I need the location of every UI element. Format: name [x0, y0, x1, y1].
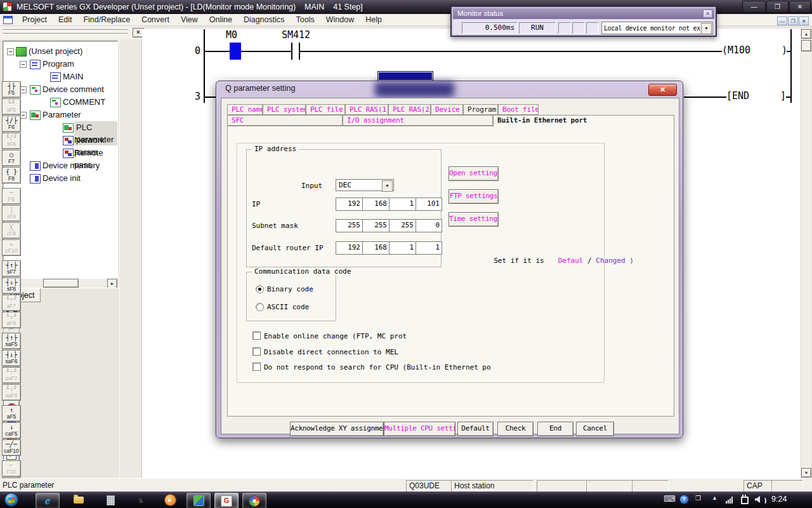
- scroll-thumb[interactable]: [43, 279, 79, 288]
- check-button[interactable]: Check: [497, 422, 534, 436]
- taskbar-app-2[interactable]: [187, 493, 211, 508]
- menu-help[interactable]: Help: [360, 14, 388, 26]
- help-tray-icon[interactable]: ?: [679, 495, 689, 504]
- ftp-settings-button[interactable]: FTP settings: [449, 189, 499, 204]
- scroll-thumb[interactable]: [801, 40, 811, 51]
- tab-plc-ras2[interactable]: PLC RAS(2): [388, 104, 431, 115]
- ip-address-input[interactable]: 192 168 1 101: [336, 197, 442, 211]
- menu-project[interactable]: Project: [16, 14, 53, 26]
- menu-tools[interactable]: Tools: [291, 14, 320, 26]
- tool-pulse-open-branch[interactable]: ╙↑╜saF7: [2, 367, 21, 384]
- tab-plc-file[interactable]: PLC file: [306, 104, 345, 115]
- tool-falling-pulse[interactable]: ┤↓├sF8: [2, 277, 21, 294]
- multiple-cpu-settings-button[interactable]: Multiple CPU settings: [384, 422, 455, 436]
- taskbar-gx-developer-active[interactable]: G: [214, 493, 239, 508]
- taskbar-paint-app[interactable]: [242, 493, 266, 508]
- tool-invert-down[interactable]: ↓caF5: [2, 422, 21, 439]
- tool-coil[interactable]: ○F7: [2, 150, 21, 166]
- mdi-document-icon[interactable]: [3, 16, 13, 24]
- tool-application-instruction[interactable]: { }F8: [2, 167, 21, 184]
- tool-delete-vertical[interactable]: ✳cF10: [2, 239, 21, 256]
- end-button[interactable]: End: [537, 422, 573, 436]
- energized-contact-m0[interactable]: [230, 43, 241, 60]
- close-button[interactable]: ✕: [789, 1, 811, 13]
- enable-online-change-checkbox[interactable]: [252, 331, 261, 340]
- tab-io-assignment[interactable]: I/O assignment: [343, 115, 493, 126]
- default-router-input[interactable]: 192 168 1 1: [336, 241, 442, 255]
- tool-horizontal-line[interactable]: ─F9: [2, 188, 21, 204]
- time-settings-button[interactable]: Time settings: [449, 212, 499, 227]
- maximize-button[interactable]: ❐: [766, 1, 789, 13]
- tool-invert-result[interactable]: ─╱─caF10: [2, 439, 21, 456]
- toolbar-grip[interactable]: [3, 29, 128, 31]
- volume-icon[interactable]: [755, 495, 764, 504]
- disable-direct-connection-checkbox[interactable]: [252, 347, 261, 356]
- scroll-down-icon[interactable]: ▼: [801, 468, 811, 478]
- ascii-code-radio[interactable]: [256, 303, 264, 311]
- ladder-vertical-scrollbar[interactable]: [801, 29, 811, 478]
- coil-m100[interactable]: (M100: [722, 44, 750, 56]
- start-button[interactable]: [4, 493, 18, 507]
- tool-pulse-closed[interactable]: ┤↓├saF6: [2, 350, 21, 366]
- chevron-down-icon[interactable]: ▼: [701, 23, 712, 34]
- tool-vertical-line[interactable]: │sF9: [2, 205, 21, 222]
- toolbar-grip[interactable]: [3, 33, 128, 35]
- taskbar-explorer[interactable]: [67, 493, 90, 507]
- menu-online[interactable]: Online: [204, 14, 238, 26]
- local-device-monitor-dropdown[interactable]: Local device monitor not execu ▼: [601, 22, 713, 34]
- tool-pulse-open[interactable]: ┤↑├saF5: [2, 333, 21, 349]
- tool-falling-pulse-branch[interactable]: ╙↓╜aF8: [2, 312, 21, 328]
- tree-item-program[interactable]: Program: [3, 58, 117, 70]
- menu-edit[interactable]: Edit: [53, 14, 78, 26]
- tool-rising-pulse[interactable]: ┤↑├sF7: [2, 260, 21, 277]
- menu-find-replace[interactable]: Find/Replace: [77, 14, 136, 26]
- tool-invert-up[interactable]: ↑aF5: [2, 405, 21, 422]
- menu-convert[interactable]: Convert: [136, 14, 175, 26]
- tool-open-branch[interactable]: ╙╜sF5: [2, 98, 21, 115]
- show-hidden-icons-icon[interactable]: ▲: [712, 495, 717, 501]
- default-button[interactable]: Default: [457, 422, 494, 436]
- taskbar-internet-explorer[interactable]: e: [36, 493, 60, 508]
- tab-device[interactable]: Device: [431, 104, 463, 115]
- tab-plc-system[interactable]: PLC system: [263, 104, 306, 115]
- ladder-cursor[interactable]: [377, 71, 433, 81]
- mdi-minimize-button[interactable]: —: [777, 17, 787, 25]
- tool-convert-block[interactable]: ⌐F10: [2, 460, 21, 477]
- keyboard-tray-icon[interactable]: ⌨: [664, 494, 676, 504]
- taskbar-calculator[interactable]: [99, 493, 122, 507]
- acknowledge-xy-assignment-button[interactable]: Acknowledge XY assignment: [290, 422, 384, 436]
- tool-rising-pulse-branch[interactable]: ╙↑╜aF7: [2, 295, 21, 311]
- scroll-up-icon[interactable]: ▲: [801, 29, 811, 39]
- mdi-restore-button[interactable]: ❐: [788, 17, 798, 25]
- tree-item-root[interactable]: (Unset project): [3, 45, 117, 57]
- dialog-close-button[interactable]: ✕: [648, 84, 677, 96]
- mdi-close-button[interactable]: ✕: [799, 17, 809, 25]
- tab-sfc[interactable]: SFC: [227, 115, 343, 126]
- open-settings-button[interactable]: Open settings: [449, 166, 499, 181]
- chevron-down-icon[interactable]: ▼: [382, 180, 393, 192]
- menu-diagnostics[interactable]: Diagnostics: [238, 14, 291, 26]
- subnet-mask-input[interactable]: 255 255 255 0: [336, 219, 442, 232]
- tab-boot-file[interactable]: Boot file: [498, 104, 539, 115]
- tool-open-contact[interactable]: ┤├F5: [2, 81, 21, 98]
- taskbar-app[interactable]: ♞: [129, 493, 152, 507]
- network-signal-icon[interactable]: [726, 497, 733, 504]
- collapse-icon[interactable]: [20, 61, 27, 68]
- menu-window[interactable]: Window: [320, 14, 360, 26]
- window-switch-tray-icon[interactable]: ❐: [695, 495, 701, 502]
- do-not-respond-search-checkbox[interactable]: [252, 363, 261, 371]
- scroll-right-icon[interactable]: ►: [107, 279, 117, 288]
- menu-view[interactable]: View: [175, 14, 204, 26]
- input-format-dropdown[interactable]: DEC ▼: [336, 179, 394, 191]
- taskbar-media-player[interactable]: ▶: [159, 493, 181, 507]
- cancel-button[interactable]: Cancel: [576, 422, 614, 436]
- power-plug-icon[interactable]: [741, 495, 749, 504]
- tool-pulse-closed-branch[interactable]: ╙↓╜saF8: [2, 384, 21, 401]
- collapse-icon[interactable]: [7, 48, 14, 55]
- monitor-close-icon[interactable]: ✕: [703, 10, 712, 18]
- tool-closed-contact[interactable]: ┤/├F6: [2, 116, 21, 132]
- end-instruction[interactable]: [END: [726, 90, 749, 102]
- tool-delete-line[interactable]: ╳cF9: [2, 222, 21, 239]
- tab-plc-ras1[interactable]: PLC RAS(1): [345, 104, 388, 115]
- tool-closed-branch[interactable]: ╙/╜sF6: [2, 133, 21, 149]
